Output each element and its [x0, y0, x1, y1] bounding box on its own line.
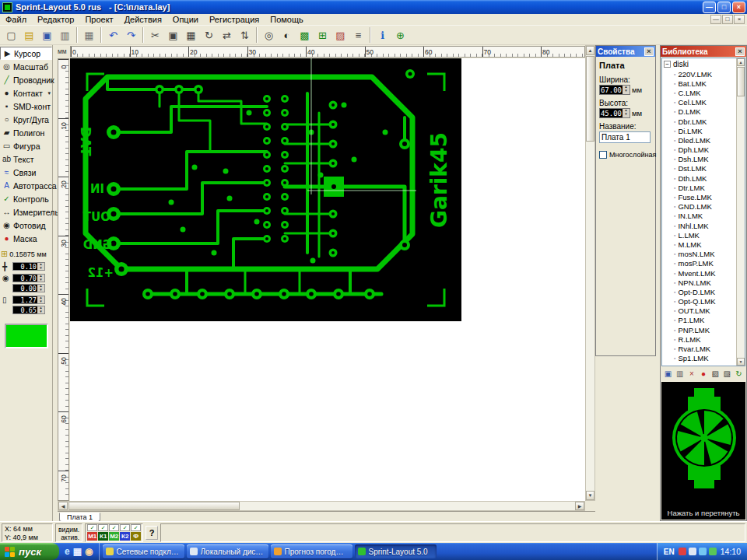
update-icon[interactable] — [709, 548, 717, 555]
menu-Редактор[interactable]: Редактор — [32, 14, 79, 25]
library-item[interactable]: ▫C.LMK — [664, 88, 735, 97]
layer-Ф-visible-checkbox[interactable]: ✓ — [131, 524, 141, 531]
rotate-icon[interactable]: ↻ — [200, 26, 218, 44]
board-width-field[interactable]: 67.00 ▲▼ — [599, 85, 630, 95]
tool-circle-arc[interactable]: ○Круг/Дуга — [0, 113, 52, 126]
internet-explorer-icon[interactable]: e — [65, 546, 70, 557]
layer-М1-button[interactable]: М1 — [87, 532, 97, 541]
close-properties-icon[interactable]: × — [644, 47, 654, 56]
menu-Помощь[interactable]: Помощь — [265, 14, 309, 25]
vertical-scrollbar[interactable]: ▲ ▼ — [585, 45, 595, 501]
cut-icon[interactable]: ✂ — [146, 26, 164, 44]
mdi-minimize-button[interactable]: — — [710, 15, 721, 24]
library-item[interactable]: ▫GND.LMK — [664, 202, 735, 212]
mdi-restore-button[interactable]: □ — [722, 15, 733, 24]
view-bottom-side-icon[interactable]: ▨ — [722, 369, 732, 380]
library-item[interactable]: ▫Bat.LMK — [664, 79, 735, 88]
library-scrollbar[interactable]: ▲ ▼ — [736, 58, 745, 366]
tool-track[interactable]: ╱Проводник — [0, 73, 52, 86]
copy-icon[interactable]: ▣ — [164, 26, 182, 44]
library-item[interactable]: ▫Opt-Q.LMK — [664, 297, 735, 306]
taskbar-button-network[interactable]: Сетевые подключени... — [103, 544, 184, 558]
tool-smd-pad[interactable]: ▪SMD-конт — [0, 100, 52, 113]
drill-value-field[interactable]: 1.27▲▼ — [12, 296, 45, 304]
mirror-vertical-icon[interactable]: ⇅ — [236, 26, 254, 44]
tool-shape[interactable]: ▭Фигура — [0, 139, 52, 152]
redo-icon[interactable]: ↷ — [122, 26, 140, 44]
library-item[interactable]: ▫Dst.LMK — [664, 164, 735, 173]
duplicate-icon[interactable]: ▦ — [182, 26, 200, 44]
library-item[interactable]: ▫Opt-D.LMK — [664, 287, 735, 296]
save-file-icon[interactable]: ▣ — [38, 26, 56, 44]
library-item[interactable]: ▫IN.LMK — [664, 212, 735, 221]
tool-connections[interactable]: ≈Связи — [0, 166, 52, 179]
binary-drc-icon[interactable]: ▨ — [331, 26, 349, 44]
vertical-scroll-thumb[interactable] — [586, 56, 594, 142]
print-macro-icon[interactable]: ▥ — [675, 369, 685, 380]
library-item[interactable]: ▫Dtr.LMK — [664, 183, 735, 192]
library-item[interactable]: ▫mosN.LMK — [664, 250, 735, 259]
grid-setting[interactable]: ⊞ 0.15875 мм — [0, 249, 52, 259]
delete-macro-icon[interactable]: × — [686, 369, 696, 380]
maximize-button[interactable]: □ — [717, 2, 731, 13]
tool-text[interactable]: abТекст — [0, 152, 52, 166]
menu-Регистрация[interactable]: Регистрация — [204, 14, 265, 25]
center-board-icon[interactable]: ⊕ — [391, 26, 409, 44]
scroll-down-icon[interactable]: ▼ — [586, 491, 594, 500]
taskbar-button-weather[interactable]: Прогноз погоды: Ку... — [271, 544, 352, 558]
layer-К2-button[interactable]: К2 — [120, 532, 130, 541]
tool-cursor[interactable]: ▶Курсор — [0, 47, 52, 60]
dropdown-arrow-icon[interactable]: ▾ — [47, 90, 51, 96]
tool-polygon[interactable]: ▰Полигон — [0, 126, 52, 139]
reload-library-icon[interactable]: ↻ — [734, 369, 744, 380]
layer-view-icon[interactable]: ▩ — [296, 26, 314, 44]
layer-Ф-button[interactable]: Ф — [131, 532, 141, 541]
volume-icon[interactable] — [689, 548, 696, 555]
menu-Опции[interactable]: Опции — [167, 14, 204, 25]
library-scroll-thumb[interactable] — [737, 67, 745, 96]
save-macro-icon[interactable]: ▣ — [663, 369, 673, 380]
multilayer-checkbox[interactable] — [599, 151, 607, 159]
library-item[interactable]: ▫Mvent.LMK — [664, 268, 735, 278]
library-item[interactable]: ▫Rvar.LMK — [664, 344, 735, 353]
scroll-up-icon[interactable]: ▲ — [586, 46, 594, 55]
clock[interactable]: 14:10 — [721, 547, 741, 556]
library-item[interactable]: ▫Sp1.LMK — [664, 354, 735, 363]
tool-measure[interactable]: ↔Измеритель — [0, 205, 52, 219]
library-item[interactable]: ▫Dbr.LMK — [664, 117, 735, 126]
scroll-down-icon[interactable]: ▼ — [737, 358, 745, 366]
tool-test[interactable]: ✓Контроль — [0, 192, 52, 205]
record-macro-icon[interactable]: ● — [698, 369, 708, 380]
board-canvas[interactable]: DAT IN OUT GND +12 Garik45 — [70, 58, 585, 501]
new-file-icon[interactable]: ▢ — [2, 26, 20, 44]
tool-autoroute[interactable]: AАвтотрасса — [0, 179, 52, 192]
library-item[interactable]: ▫NPN.LMK — [664, 278, 735, 287]
macro-preview[interactable]: Нажать и перетянуть — [661, 382, 745, 520]
export-image-icon[interactable]: ▦ — [80, 26, 98, 44]
library-item[interactable]: ▫L.LMK — [664, 230, 735, 240]
tool-zoom[interactable]: ◎Масштаб — [0, 60, 52, 73]
pad-size-value-field[interactable]: 0.00▲▼ — [12, 284, 45, 292]
start-button[interactable]: пуск — [0, 543, 59, 560]
menu-Файл[interactable]: Файл — [0, 14, 32, 25]
antivirus-icon[interactable] — [679, 548, 686, 555]
layer-М2-button[interactable]: М2 — [109, 532, 119, 541]
scroll-up-icon[interactable]: ▲ — [737, 58, 745, 66]
horizontal-scroll-thumb[interactable] — [68, 502, 240, 510]
zoom-icon[interactable]: ◎ — [260, 26, 278, 44]
library-item[interactable]: ▫INhl.LMK — [664, 221, 735, 230]
library-root[interactable]: − diski — [664, 59, 735, 69]
show-desktop-icon[interactable]: ▦ — [73, 546, 82, 557]
pad-size-value-field[interactable]: 0.70▲▼ — [12, 274, 45, 282]
layer-К1-button[interactable]: К1 — [98, 532, 108, 541]
menu-Проект[interactable]: Проект — [79, 14, 118, 25]
library-item[interactable]: ▫R.LMK — [664, 334, 735, 344]
library-item[interactable]: ▫Dph.LMK — [664, 145, 735, 155]
view-top-side-icon[interactable]: ▧ — [710, 369, 721, 380]
library-item[interactable]: ▫mosP.LMK — [664, 259, 735, 268]
library-item[interactable]: ▫Dth.LMK — [664, 173, 735, 183]
library-item[interactable]: ▫Cel.LMK — [664, 98, 735, 107]
language-indicator[interactable]: EN — [664, 548, 675, 556]
library-item[interactable]: ▫Dled.LMK — [664, 135, 735, 145]
info-icon[interactable]: ℹ — [374, 26, 391, 44]
